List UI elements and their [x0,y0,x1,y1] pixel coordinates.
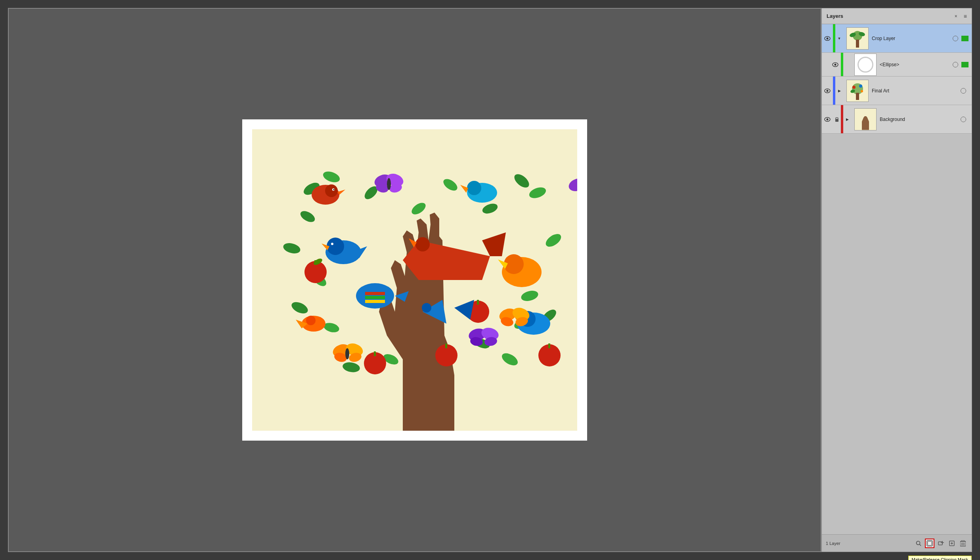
svg-point-85 [422,303,431,313]
make-clipping-mask-button[interactable] [925,539,934,548]
new-layer-button[interactable] [947,539,957,548]
triangle-right-icon-bg [846,117,849,121]
svg-point-64 [387,178,391,190]
delete-layer-button[interactable] [958,539,968,548]
svg-point-25 [325,184,338,197]
target-circle-ellipse [953,62,958,67]
footer-icons [914,539,968,548]
svg-rect-57 [548,343,550,348]
layer-visibility-crop[interactable] [822,36,833,41]
clipping-indicator-crop [961,36,969,41]
svg-point-28 [333,189,335,190]
svg-line-111 [920,544,921,546]
svg-rect-59 [445,343,447,348]
layer-thumb-background [854,108,877,130]
svg-point-108 [827,118,829,120]
layer-lock-background [833,117,841,122]
ellipse-shape-thumb [858,57,873,73]
artwork [252,129,577,431]
svg-point-69 [345,348,349,359]
target-circle-final-art [961,88,966,94]
svg-rect-113 [928,541,932,545]
svg-rect-47 [365,300,385,303]
target-circle-crop [953,36,958,41]
layers-list: Crop Layer <Ellipse> [822,24,972,534]
artwork-svg [252,129,577,431]
layer-count: 1 Layer [826,541,840,546]
layer-thumb-final-art [846,80,869,102]
svg-point-105 [861,90,863,92]
layer-row-final-art[interactable]: Final Art [822,77,972,105]
svg-point-32 [331,243,333,245]
svg-point-88 [306,316,316,325]
layer-thumb-crop [846,27,869,50]
svg-point-99 [827,90,829,92]
layer-row-ellipse[interactable]: <Ellipse> [822,53,972,77]
layers-header-left: Layers [827,13,843,19]
layer-expand-final-art[interactable] [835,88,843,93]
layer-target-crop[interactable] [949,36,961,41]
search-layers-button[interactable] [914,539,923,548]
layer-thumb-ellipse [854,54,877,76]
layer-name-crop: Crop Layer [872,36,949,41]
svg-point-110 [917,541,920,545]
svg-rect-46 [365,296,385,299]
layers-header: Layers × ≡ [822,8,972,24]
layer-target-background[interactable] [957,117,969,122]
layer-visibility-background[interactable] [822,117,833,122]
svg-rect-122 [962,540,964,541]
layer-visibility-final-art[interactable] [822,88,833,93]
triangle-down-icon [838,36,841,40]
layers-header-right: × ≡ [955,13,967,19]
svg-rect-102 [856,93,859,100]
svg-point-81 [467,181,481,195]
svg-rect-55 [477,300,479,305]
hand-thumb [859,116,871,130]
layer-row-crop[interactable]: Crop Layer [822,24,972,53]
layer-row-background[interactable]: Background [822,105,972,134]
layer-target-final-art[interactable] [957,88,969,94]
svg-point-97 [835,63,836,65]
app-container: Layers × ≡ [0,0,980,560]
layer-target-ellipse[interactable] [949,62,961,67]
layer-visibility-ellipse[interactable] [830,62,841,67]
footer-wrapper: 1 Layer [822,534,972,552]
layer-name-final-art: Final Art [872,88,957,94]
panel-menu-button[interactable]: ≡ [964,13,967,19]
new-sublayer-button[interactable] [936,539,946,548]
svg-point-104 [859,84,862,88]
svg-point-36 [415,237,430,251]
layers-footer: 1 Layer [822,534,972,552]
target-circle-background [961,117,966,122]
layers-title: Layers [827,13,843,19]
layer-expand-background[interactable] [843,117,851,121]
svg-point-90 [827,37,829,39]
layer-name-background: Background [880,117,957,122]
layer-color-ellipse [841,53,843,76]
clipping-indicator-ellipse [961,62,969,67]
canvas-inner [242,119,587,441]
svg-rect-53 [374,351,376,356]
svg-point-103 [852,86,856,89]
canvas-area [8,8,821,552]
triangle-right-icon [838,88,841,93]
svg-rect-45 [365,292,385,295]
clipping-mask-tooltip: Make/Release Clipping Mask [908,556,972,560]
svg-rect-93 [856,40,859,48]
svg-rect-114 [938,542,942,545]
svg-rect-109 [835,119,838,122]
layer-expand-crop[interactable] [835,36,843,40]
layers-panel: Layers × ≡ [821,8,972,552]
panel-close-button[interactable]: × [955,13,957,19]
layer-name-ellipse: <Ellipse> [880,62,949,67]
